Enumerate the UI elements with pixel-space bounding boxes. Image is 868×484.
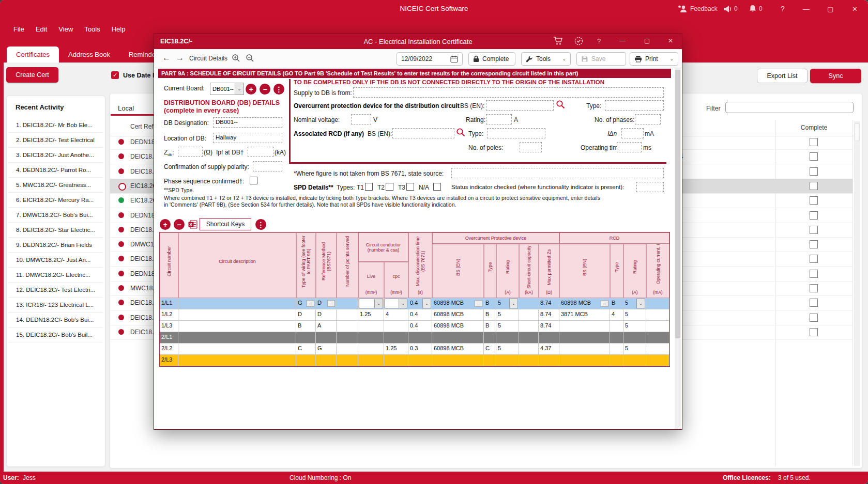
cell-scc[interactable] — [519, 321, 539, 332]
ocpd-bsen-input[interactable] — [486, 100, 554, 111]
column-header-rating[interactable]: Rating(A) — [623, 244, 646, 298]
cell-type[interactable] — [610, 355, 623, 366]
cell-points[interactable] — [337, 332, 358, 344]
cert-list-scrollbar[interactable] — [854, 121, 860, 466]
zoom-out-icon[interactable] — [246, 54, 254, 63]
cell-description[interactable] — [178, 332, 296, 344]
cell-dropdown[interactable]: ⌄ — [359, 299, 383, 308]
feedback-button[interactable]: Feedback — [678, 0, 718, 18]
ocpd-search-icon[interactable] — [556, 100, 565, 109]
column-header-scc[interactable]: Short-circuit capacity(kA) — [519, 244, 539, 298]
cell-op_current[interactable] — [646, 355, 669, 366]
cell-type[interactable]: B — [484, 309, 496, 321]
recent-activity-item[interactable]: 3. DEIC18.2C/- Just Anothe... — [9, 148, 103, 163]
cell-description[interactable] — [178, 355, 296, 366]
complete-checkbox[interactable] — [810, 240, 818, 248]
complete-button[interactable]: Complete — [468, 52, 515, 66]
menu-item-tools[interactable]: Tools — [84, 25, 100, 33]
column-header-circuit_number[interactable]: Circuit number — [160, 232, 178, 298]
cell-op_current[interactable] — [646, 321, 669, 332]
cell-rating[interactable]: 5 — [496, 344, 519, 355]
menu-item-view[interactable]: View — [58, 25, 73, 33]
complete-checkbox[interactable] — [810, 182, 818, 190]
cell-type[interactable]: B — [484, 321, 496, 332]
cell-ref_method[interactable]: A — [316, 321, 337, 332]
cell-type[interactable] — [484, 332, 496, 344]
circuit-more-options-button[interactable]: ⋮ — [255, 219, 266, 230]
filter-input[interactable] — [725, 102, 854, 113]
circuit-row-2-L3[interactable]: 2/L3 — [160, 355, 669, 366]
modal-scrollbar[interactable] — [675, 68, 681, 429]
print-button[interactable]: Print ⌄ — [630, 52, 678, 66]
recent-activity-item[interactable]: 8. DEIC18.2C/- Star Electric... — [9, 223, 103, 238]
remove-board-button[interactable]: − — [260, 84, 270, 95]
complete-checkbox[interactable] — [810, 270, 818, 278]
spd-na-checkbox[interactable] — [433, 183, 441, 191]
tab-local[interactable]: Local — [118, 104, 134, 112]
cell-wiring[interactable] — [296, 355, 316, 366]
nav-forward-button[interactable]: → — [176, 53, 184, 63]
recent-activity-item[interactable]: 4. DEDN18.2C/- Parrot Ro... — [9, 163, 103, 178]
cell-rating[interactable]: 5⌄ — [496, 298, 519, 309]
cell-wiring[interactable]: C — [296, 344, 316, 355]
recent-activity-item[interactable]: 14. DEDN18.2C/- Bob's Bui... — [9, 313, 103, 327]
date-picker[interactable]: 12/09/2022 — [397, 52, 463, 66]
cell-rating[interactable]: 5 — [496, 309, 519, 321]
complete-checkbox[interactable] — [810, 138, 818, 146]
column-header-cpc[interactable]: cpc(mm²) — [384, 262, 408, 298]
poles-input[interactable] — [520, 142, 542, 152]
cell-circuit_number[interactable]: 1/L1 — [160, 298, 178, 309]
spd-status-input[interactable] — [636, 182, 664, 192]
nominal-voltage-input[interactable] — [351, 114, 371, 124]
dropdown-arrow-icon[interactable]: ⌄ — [509, 299, 518, 308]
db-location-input[interactable]: Hallway — [213, 133, 282, 143]
complete-checkbox[interactable] — [810, 152, 818, 161]
cell-bs_en[interactable] — [559, 344, 610, 355]
complete-checkbox[interactable] — [810, 196, 818, 205]
cell-circuit_number[interactable]: 2/L1 — [160, 332, 178, 344]
cell-cpc[interactable] — [384, 332, 408, 344]
cert-ref[interactable]: DMWC1 — [130, 241, 154, 248]
cell-dropdown[interactable]: ⌄ — [385, 299, 407, 308]
spd-t2-checkbox[interactable] — [386, 183, 393, 191]
complete-checkbox[interactable] — [810, 167, 818, 176]
column-header-bs_en[interactable]: BS (EN) — [432, 244, 484, 298]
cell-rating[interactable]: 5 — [623, 309, 646, 321]
recent-activity-item[interactable]: 6. EICR18.2C/- Mercury Ra... — [9, 193, 103, 208]
recent-activity-item[interactable]: 9. DEDN18.2C/- Brian Fields — [9, 238, 103, 253]
cell-live[interactable] — [358, 332, 384, 344]
add-board-button[interactable]: + — [246, 84, 256, 95]
spd-t3-checkbox[interactable] — [406, 183, 414, 191]
cell-max_zs[interactable] — [539, 332, 559, 344]
ellipsis-button[interactable]: ... — [327, 300, 335, 307]
cell-scc[interactable] — [519, 332, 539, 344]
cell-cpc[interactable] — [384, 321, 408, 332]
recent-activity-item[interactable]: 11. DMWC18.2C/- Electric... — [9, 268, 103, 283]
recent-activity-item[interactable]: 13. ICR18/- 123 Electrical L... — [9, 298, 103, 313]
dropdown-arrow-icon[interactable]: ⌄ — [374, 299, 383, 308]
cell-cpc[interactable]: ⌄ — [384, 298, 408, 309]
rcd-bsen-input[interactable] — [392, 128, 454, 138]
rating-input[interactable] — [486, 114, 512, 124]
circuit-row-2-L1[interactable]: 2/L1 — [160, 332, 669, 344]
cell-rating[interactable]: 5 — [496, 321, 519, 332]
recent-activity-item[interactable]: 1. DEIC18.2C/- Mr Bob Ele... — [9, 118, 103, 133]
cell-rating[interactable]: 5 — [623, 321, 646, 332]
minimize-button[interactable]: — — [803, 0, 810, 18]
ipf-input[interactable] — [248, 147, 273, 157]
cell-op_current[interactable] — [646, 332, 669, 344]
modal-close-button[interactable]: ✕ — [668, 37, 673, 44]
column-header-type[interactable]: Type — [610, 244, 623, 298]
cell-ref_method[interactable] — [316, 332, 337, 344]
column-header-max_zs[interactable]: Max permitted Zs(Ω) — [539, 244, 559, 298]
recent-activity-item[interactable]: 5. MWC18.2C/- Greatness... — [9, 178, 103, 193]
cell-bs_en[interactable] — [559, 321, 610, 332]
cert-ref[interactable]: MWC18. — [130, 285, 155, 292]
verify-badge-icon[interactable] — [574, 36, 584, 46]
cell-points[interactable] — [337, 355, 358, 366]
cell-op_current[interactable] — [646, 344, 669, 355]
cell-live[interactable] — [358, 355, 384, 366]
cert-list-scrollbar-thumb[interactable] — [855, 123, 860, 141]
optime-input[interactable] — [617, 142, 642, 152]
cell-description[interactable] — [178, 298, 296, 309]
